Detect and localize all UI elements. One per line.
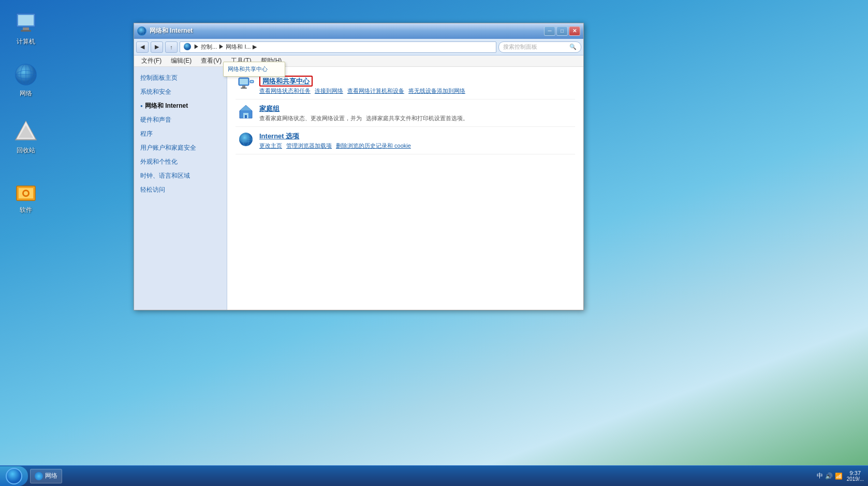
sidebar-item-label-user-accounts: 用户账户和家庭安全 [140,144,196,152]
start-button[interactable] [0,466,28,486]
search-box[interactable]: 搜索控制面板 🔍 [498,41,581,53]
start-orb [6,468,22,484]
sidebar-item-easy-access[interactable]: 轻松访问 [134,183,227,197]
sidebar-item-label-easy-access: 轻松访问 [140,185,165,194]
search-icon: 🔍 [569,44,577,50]
taskbar-date-display: 2019/... [847,476,864,482]
svg-rect-24 [241,88,247,89]
window-body: 控制面板主页 系统和安全 网络和 Internet 硬件和声音 程序 用户账户和… [134,67,583,310]
up-button[interactable]: ↑ [165,41,178,53]
software-icon-label: 软件 [20,206,32,215]
svg-rect-23 [242,85,245,88]
section-internet-options-link-0[interactable]: 更改主页 [259,142,282,150]
maximize-button[interactable]: □ [556,26,568,36]
sidebar-item-label-datetime-region: 时钟、语言和区域 [140,171,190,180]
content-area: 网络和共享中心 查看网络状态和任务 连接到网络 查看网络计算机和设备 将无线设备… [227,67,583,310]
svg-rect-1 [18,15,34,25]
navigation-bar: ◀ ▶ ↑ ▶ 控制... ▶ 网络和 I... ▶ [134,39,583,55]
back-button[interactable]: ◀ [136,41,149,53]
network-icon-label: 网络 [20,89,32,98]
breadcrumb-icon [183,42,192,52]
sidebar-item-label-appearance: 外观和个性化 [140,158,178,166]
section-internet-options-links: 更改主页 管理浏览器加载项 删除浏览的历史记录和 cookie [259,142,411,150]
section-internet-options-link-2[interactable]: 删除浏览的历史记录和 cookie [336,142,411,150]
window-controls: ─ □ ✕ [544,26,580,36]
tray-icons: 中 🔊 📶 [817,471,843,480]
section-homegroup[interactable]: 家庭组 查看家庭网络状态、更改网络设置，并为 选择家庭共享文件和打印机设置首选项… [236,99,575,127]
section-internet-options-link-1[interactable]: 管理浏览器加载项 [286,142,332,150]
section-homegroup-content: 家庭组 查看家庭网络状态、更改网络设置，并为 选择家庭共享文件和打印机设置首选项… [259,104,468,122]
menu-edit[interactable]: 编辑(E) [167,55,196,66]
section-homegroup-links: 查看家庭网络状态、更改网络设置，并为 选择家庭共享文件和打印机设置首选项。 [259,115,468,122]
taskbar-time-display: 9:37 [847,470,864,476]
desktop-icon-trash[interactable]: 回收站 [7,119,45,155]
section-nsc-links: 查看网络状态和任务 连接到网络 查看网络计算机和设备 将无线设备添加到网络 [259,87,465,95]
menu-view[interactable]: 查看(V) [197,55,226,66]
section-internet-options-title[interactable]: Internet 选项 [259,132,299,140]
taskbar-task-network[interactable]: 网络 [30,469,62,483]
tray-icon-audio: 🔊 [825,473,833,480]
sidebar-item-control-panel-home[interactable]: 控制面板主页 [134,71,227,85]
sidebar-item-label-control-panel-home: 控制面板主页 [140,74,178,82]
section-network-sharing-center[interactable]: 网络和共享中心 查看网络状态和任务 连接到网络 查看网络计算机和设备 将无线设备… [236,72,575,99]
taskbar-right: 中 🔊 📶 9:37 2019/... [817,470,868,482]
sidebar-item-label-hardware-sound: 硬件和声音 [140,116,171,124]
network-sharing-center-icon [238,76,254,93]
window-titlebar: 网络和 Internet ─ □ ✕ [134,23,583,39]
sidebar: 控制面板主页 系统和安全 网络和 Internet 硬件和声音 程序 用户账户和… [134,67,227,310]
svg-rect-3 [21,30,31,32]
section-homegroup-title[interactable]: 家庭组 [259,105,279,112]
control-panel-window: 网络和 Internet ─ □ ✕ ◀ ▶ ↑ [134,23,584,310]
menu-bar: 文件(F) 编辑(E) 查看(V) 工具(T) 帮助(H) [134,55,583,67]
window-title-text: 网络和 Internet [150,26,544,35]
section-nsc-title[interactable]: 网络和共享中心 [259,76,313,87]
window-title-icon [137,26,146,36]
desktop-icon-network[interactable]: 网络 [7,62,45,98]
sidebar-item-user-accounts[interactable]: 用户账户和家庭安全 [134,141,227,155]
section-nsc-link-0[interactable]: 查看网络状态和任务 [259,87,311,95]
sidebar-item-datetime-region[interactable]: 时钟、语言和区域 [134,169,227,183]
section-nsc-link-2[interactable]: 查看网络计算机和设备 [347,87,404,95]
sidebar-item-label-system-security: 系统和安全 [140,88,171,96]
sidebar-item-label-network-internet: 网络和 Internet [145,102,188,110]
breadcrumb-text: ▶ 控制... ▶ 网络和 I... ▶ [194,43,257,51]
network-icon [13,62,38,87]
taskbar-task-label: 网络 [45,471,57,480]
close-button[interactable]: ✕ [569,26,580,36]
software-icon [13,179,38,204]
breadcrumb[interactable]: ▶ 控制... ▶ 网络和 I... ▶ [180,41,496,53]
tray-icon-input: 中 [817,471,823,480]
section-nsc-link-3[interactable]: 将无线设备添加到网络 [408,87,465,95]
sidebar-item-appearance[interactable]: 外观和个性化 [134,155,227,169]
trash-icon-label: 回收站 [17,146,35,155]
svg-rect-22 [240,79,248,84]
svg-marker-28 [240,105,252,110]
forward-button[interactable]: ▶ [151,41,163,53]
svg-rect-26 [251,81,253,82]
taskbar-task-icon [35,472,43,480]
sidebar-item-hardware-sound[interactable]: 硬件和声音 [134,113,227,127]
search-placeholder: 搜索控制面板 [503,43,537,51]
computer-icon [13,10,38,35]
section-internet-options[interactable]: Internet 选项 更改主页 管理浏览器加载项 删除浏览的历史记录和 coo… [236,127,575,154]
tooltip-item-nsc[interactable]: 网络和共享中心 [226,64,283,74]
section-homegroup-desc-1: 选择家庭共享文件和打印机设置首选项。 [366,115,468,122]
homegroup-icon [238,104,254,120]
sidebar-item-programs[interactable]: 程序 [134,127,227,141]
minimize-button[interactable]: ─ [544,26,555,36]
taskbar: 网络 中 🔊 📶 9:37 2019/... [0,465,868,486]
section-nsc-link-1[interactable]: 连接到网络 [315,87,343,95]
section-homegroup-desc-0: 查看家庭网络状态、更改网络设置，并为 [259,115,362,122]
computer-icon-label: 计算机 [17,37,35,46]
svg-rect-30 [245,115,247,118]
sidebar-item-network-internet[interactable]: 网络和 Internet [134,99,227,113]
svg-point-16 [24,191,28,195]
desktop-icon-computer[interactable]: 计算机 [7,10,45,46]
desktop-icon-software[interactable]: 软件 [7,179,45,215]
section-nsc-title-wrapper: 网络和共享中心 [259,76,465,86]
svg-point-20 [184,43,191,50]
dropdown-tooltip: 网络和共享中心 [223,62,285,77]
tray-icon-network: 📶 [835,473,843,480]
sidebar-item-system-security[interactable]: 系统和安全 [134,85,227,99]
menu-file[interactable]: 文件(F) [137,55,166,66]
